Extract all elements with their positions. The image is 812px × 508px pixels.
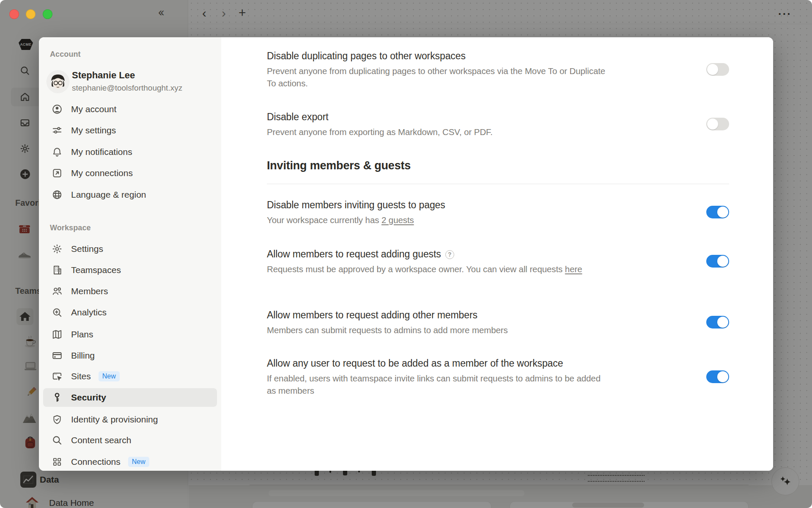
- map-icon: [52, 329, 63, 340]
- nav-item-my-notifications[interactable]: My notifications: [43, 143, 217, 161]
- setting-title: Disable members inviting guests to pages: [267, 198, 445, 212]
- nav-item-members[interactable]: Members: [43, 282, 217, 301]
- toggle-knob: [717, 317, 728, 328]
- section-heading-inviting: Inviting members & guests: [267, 159, 411, 172]
- guests-count-link[interactable]: 2 guests: [381, 215, 414, 225]
- setting-title: Allow members to request adding guests?: [267, 247, 582, 261]
- credit-card-icon: [52, 350, 63, 361]
- avatar[interactable]: [47, 71, 69, 93]
- building-icon: [52, 265, 63, 276]
- title-text: Allow members to request adding guests: [267, 248, 441, 260]
- setting-description: Members can submit requests to admins to…: [267, 324, 508, 336]
- account-section-label: Account: [50, 50, 81, 59]
- nav-item-settings[interactable]: Settings: [43, 240, 217, 258]
- bell-icon: [52, 146, 63, 157]
- setting-title: Allow members to request adding other me…: [267, 308, 508, 322]
- nav-item-language-region[interactable]: Language & region: [43, 185, 217, 204]
- help-icon[interactable]: ?: [445, 250, 454, 259]
- user-name: Stephanie Lee: [72, 69, 135, 81]
- setting-description: If enabled, users with teamspace invite …: [267, 372, 612, 397]
- toggle-knob: [717, 371, 728, 382]
- person-circle-icon: [52, 104, 63, 115]
- description-text: Your workspace currently has: [267, 215, 381, 225]
- nav-item-content-search[interactable]: Content search: [43, 431, 217, 450]
- security-settings-panel: Disable duplicating pages to other works…: [221, 37, 773, 471]
- nav-item-label: Connections: [71, 457, 121, 467]
- setting-description: Prevent anyone from exporting as Markdow…: [267, 126, 493, 138]
- new-badge: New: [128, 457, 149, 467]
- setting-title: Allow any user to request to be added as…: [267, 356, 612, 370]
- nav-item-label: Content search: [71, 435, 131, 445]
- toggle-disable-export[interactable]: [706, 118, 729, 130]
- nav-item-label: Members: [71, 286, 108, 296]
- nav-item-analytics[interactable]: Analytics: [43, 303, 217, 322]
- sliders-icon: [52, 125, 63, 136]
- setting-description: Your workspace currently has 2 guests: [267, 214, 445, 226]
- shield-check-icon: [52, 414, 63, 425]
- nav-item-connections[interactable]: Connections New: [43, 453, 217, 471]
- search-icon: [52, 435, 63, 446]
- section-divider: [267, 184, 729, 184]
- toggle-request-members[interactable]: [706, 316, 729, 329]
- toggle-any-user-request[interactable]: [706, 370, 729, 383]
- setting-row-request-members: Allow members to request adding other me…: [267, 308, 729, 336]
- window-zoom-button[interactable]: [43, 9, 52, 19]
- key-icon: [52, 392, 63, 403]
- toggle-knob: [707, 119, 718, 130]
- setting-description: Requests must be approved by a workspace…: [267, 263, 582, 275]
- magnifier-plus-icon: [52, 307, 63, 318]
- nav-item-label: Teamspaces: [71, 265, 121, 275]
- nav-item-label: Language & region: [71, 190, 146, 200]
- settings-nav: Account Stephanie Lee stephanie@toolsfor…: [39, 37, 221, 471]
- toggle-knob: [707, 64, 718, 75]
- setting-title: Disable duplicating pages to other works…: [267, 49, 612, 63]
- toggle-knob: [717, 207, 728, 218]
- setting-title: Disable export: [267, 110, 493, 124]
- nav-item-my-settings[interactable]: My settings: [43, 121, 217, 140]
- nav-item-security[interactable]: Security: [43, 388, 217, 407]
- arrow-out-box-icon: [52, 168, 63, 179]
- nav-item-label: Analytics: [71, 307, 107, 318]
- settings-modal: Account Stephanie Lee stephanie@toolsfor…: [39, 37, 773, 471]
- window-minimize-button[interactable]: [26, 9, 36, 19]
- window-close-button[interactable]: [9, 9, 19, 19]
- nav-item-plans[interactable]: Plans: [43, 325, 217, 344]
- gear-icon: [52, 243, 63, 254]
- nav-item-label: Plans: [71, 329, 93, 340]
- nav-item-label: My account: [71, 104, 116, 114]
- new-badge: New: [99, 371, 120, 381]
- setting-row-disable-export: Disable export Prevent anyone from expor…: [267, 110, 729, 138]
- setting-row-disable-guest-invites: Disable members inviting guests to pages…: [267, 198, 729, 226]
- nav-item-my-account[interactable]: My account: [43, 100, 217, 119]
- toggle-knob: [717, 256, 728, 267]
- toggle-disable-duplicating[interactable]: [706, 63, 729, 76]
- nav-item-label: Identity & provisioning: [71, 414, 158, 425]
- browser-cursor-icon: [52, 371, 63, 382]
- nav-item-teamspaces[interactable]: Teamspaces: [43, 261, 217, 279]
- nav-item-label: Settings: [71, 244, 103, 254]
- setting-description: Prevent anyone from duplicating pages to…: [267, 65, 612, 89]
- requests-here-link[interactable]: here: [565, 264, 582, 274]
- people-icon: [52, 286, 63, 297]
- workspace-section-label: Workspace: [50, 224, 91, 232]
- nav-item-label: My notifications: [71, 147, 132, 157]
- nav-item-label: My settings: [71, 125, 116, 135]
- nav-item-identity-provisioning[interactable]: Identity & provisioning: [43, 410, 217, 429]
- nav-item-sites[interactable]: Sites New: [43, 367, 217, 386]
- setting-row-disable-duplicating: Disable duplicating pages to other works…: [267, 49, 729, 89]
- user-email: stephanie@toolsforthought.xyz: [72, 83, 182, 93]
- toggle-disable-guest-invites[interactable]: [706, 206, 729, 218]
- nav-item-label: Security: [71, 392, 106, 403]
- nav-item-label: Sites: [71, 371, 91, 381]
- nav-item-label: Billing: [71, 351, 95, 361]
- nav-item-label: My connections: [71, 168, 133, 178]
- globe-icon: [52, 189, 63, 200]
- toggle-request-guests[interactable]: [706, 255, 729, 268]
- nav-item-billing[interactable]: Billing: [43, 346, 217, 365]
- setting-row-request-guests: Allow members to request adding guests? …: [267, 247, 729, 275]
- nav-item-my-connections[interactable]: My connections: [43, 164, 217, 182]
- setting-row-any-user-request: Allow any user to request to be added as…: [267, 356, 729, 397]
- description-text: Requests must be approved by a workspace…: [267, 264, 565, 274]
- app-window: ‹‹ ACME Favorites Teamspaces: [0, 0, 812, 508]
- grid-icon: [52, 456, 63, 467]
